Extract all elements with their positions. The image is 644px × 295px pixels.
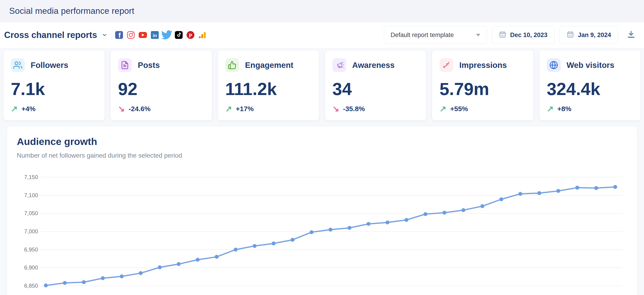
kpi-label: Web visitors: [566, 60, 614, 70]
linkedin-icon[interactable]: in: [151, 31, 159, 39]
calendar-icon: [567, 31, 574, 39]
svg-text:7,150: 7,150: [24, 174, 38, 180]
date-to-button[interactable]: Jan 9, 2024: [560, 26, 618, 44]
kpi-delta: +55%: [450, 105, 468, 113]
app-header: Social media performance report: [0, 0, 644, 22]
report-toolbar: Cross channel reports f in: [0, 22, 644, 48]
page-title: Social media performance report: [9, 6, 134, 16]
engagement-icon: [225, 58, 239, 72]
download-icon: [626, 29, 636, 40]
instagram-icon[interactable]: [127, 31, 135, 39]
audience-growth-chart[interactable]: 7,1507,1007,0507,0006,9506,9006,850: [17, 173, 627, 295]
caret-down-icon: [476, 34, 480, 36]
impressions-icon: [440, 58, 453, 72]
kpi-card-impressions: Impressions 5.79m ↗ +55%: [432, 50, 534, 121]
kpi-value: 324.4k: [547, 80, 633, 98]
chart-title: Audience growth: [17, 136, 627, 147]
kpi-cards-row: Followers 7.1k ↗ +4% Posts 92 ↘ -24.6% E…: [0, 48, 644, 126]
trend-arrow-icon: ↗: [11, 105, 18, 113]
globe-icon: [547, 58, 560, 72]
kpi-card-posts: Posts 92 ↘ -24.6%: [110, 50, 212, 121]
kpi-card-awareness: Awareness 34 ↘ -35.8%: [325, 50, 426, 121]
svg-text:6,850: 6,850: [24, 283, 38, 289]
kpi-delta: +17%: [236, 105, 254, 113]
trend-arrow-icon: ↘: [332, 105, 339, 113]
svg-text:7,000: 7,000: [24, 228, 38, 235]
kpi-value: 7.1k: [11, 80, 97, 98]
trend-arrow-icon: ↗: [440, 105, 446, 113]
svg-text:P: P: [189, 32, 192, 38]
svg-text:6,900: 6,900: [24, 264, 38, 271]
kpi-delta: +8%: [558, 105, 572, 113]
kpi-label: Impressions: [459, 60, 507, 70]
report-name-label: Cross channel reports: [4, 30, 97, 40]
facebook-icon[interactable]: f: [115, 31, 123, 39]
svg-text:7,100: 7,100: [24, 192, 38, 198]
kpi-card-followers: Followers 7.1k ↗ +4%: [3, 50, 105, 121]
svg-text:f: f: [118, 31, 121, 39]
followers-icon: [11, 58, 25, 72]
awareness-icon: [332, 58, 346, 72]
template-select[interactable]: Default report template: [384, 26, 487, 44]
tiktok-icon[interactable]: [174, 31, 183, 39]
calendar-icon: [499, 31, 506, 39]
kpi-label: Engagement: [245, 60, 294, 70]
date-from-button[interactable]: Dec 10, 2023: [492, 26, 555, 44]
date-to-value: Jan 9, 2024: [578, 31, 611, 39]
kpi-value: 92: [118, 80, 204, 98]
trend-arrow-icon: ↗: [225, 105, 232, 113]
svg-text:7,050: 7,050: [24, 210, 38, 216]
youtube-icon[interactable]: [138, 31, 147, 39]
kpi-label: Followers: [31, 60, 68, 70]
audience-growth-card: Audience growth Number of net followers …: [7, 126, 637, 295]
kpi-delta: -35.8%: [343, 105, 365, 113]
trend-arrow-icon: ↗: [547, 105, 554, 113]
kpi-card-web-visitors: Web visitors 324.4k ↗ +8%: [539, 50, 641, 121]
svg-text:in: in: [153, 33, 157, 38]
kpi-value: 34: [332, 80, 419, 98]
channel-icons: f in P: [115, 31, 206, 39]
date-from-value: Dec 10, 2023: [510, 31, 548, 39]
twitter-icon[interactable]: [162, 31, 171, 39]
posts-icon: [118, 58, 132, 72]
report-name-dropdown[interactable]: Cross channel reports: [4, 30, 108, 40]
trend-arrow-icon: ↘: [118, 105, 125, 113]
kpi-label: Awareness: [352, 60, 394, 70]
kpi-value: 5.79m: [440, 80, 526, 98]
pinterest-icon[interactable]: P: [186, 31, 195, 39]
kpi-value: 111.2k: [225, 80, 312, 98]
google-analytics-icon[interactable]: [198, 31, 206, 39]
svg-text:6,950: 6,950: [24, 247, 38, 253]
kpi-delta: +4%: [22, 105, 36, 113]
template-select-value: Default report template: [391, 31, 454, 39]
chevron-down-icon[interactable]: [101, 31, 108, 38]
download-button[interactable]: [626, 29, 636, 40]
kpi-delta: -24.6%: [129, 105, 151, 113]
kpi-label: Posts: [138, 60, 160, 70]
kpi-card-engagement: Engagement 111.2k ↗ +17%: [218, 50, 319, 121]
audience-growth-section: Audience growth Number of net followers …: [0, 126, 644, 295]
chart-subtitle: Number of net followers gained during th…: [17, 152, 627, 159]
